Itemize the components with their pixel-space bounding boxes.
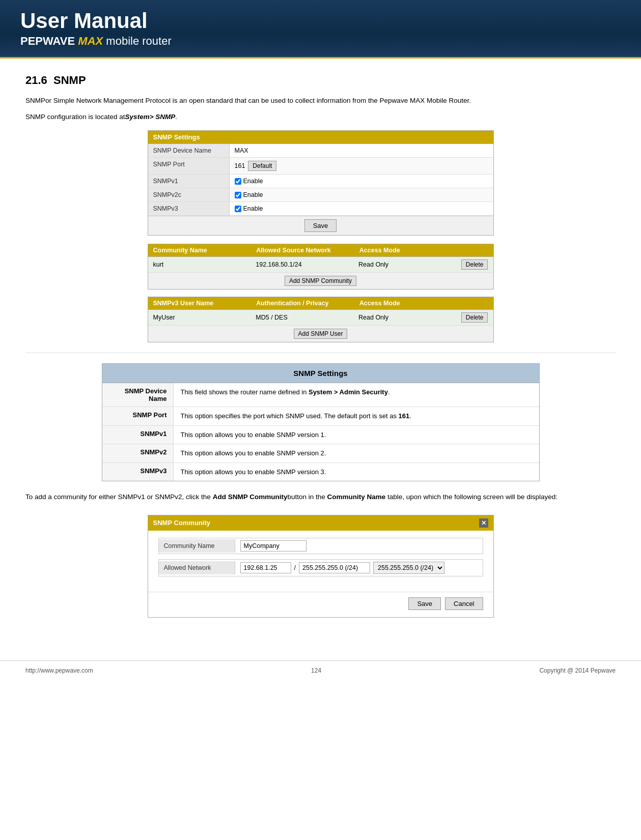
desc-device-name-row: SNMP DeviceName This field shows the rou… [102, 383, 539, 407]
manual-title: User Manual [20, 9, 621, 33]
desc-port-label: SNMP Port [102, 407, 174, 425]
desc-snmpv2-value: This option allows you to enable SNMP ve… [174, 444, 539, 462]
allowed-network-subnet-select[interactable]: 255.255.255.0 (/24) [373, 562, 444, 574]
community-name-cell: kurt [148, 258, 251, 271]
community-network-cell: 192.168.50.1/24 [250, 258, 353, 271]
snmpv3-header-row: SNMPv3 User Name Authentication / Privac… [148, 297, 493, 310]
allowed-network-ip-input[interactable] [240, 562, 291, 573]
snmp-settings-header: SNMP Settings [148, 131, 493, 144]
network-separator: / [294, 564, 296, 571]
community-popup-title: SNMP Community [153, 519, 210, 527]
desc-table: SNMP Settings SNMP DeviceName This field… [102, 363, 540, 481]
snmpv2c-checkbox-label[interactable]: Enable [235, 191, 263, 198]
pepwave-brand: PEPWAVE [20, 35, 75, 47]
snmpv3-mode-header: Access Mode [354, 297, 458, 309]
add-snmp-community-button[interactable]: Add SNMP Community [285, 276, 356, 286]
community-action-cell: Delete [456, 257, 493, 272]
footer-page: 124 [311, 667, 321, 674]
community-popup-close-button[interactable]: ✕ [479, 518, 488, 528]
community-add-row: Add SNMP Community [148, 273, 493, 289]
desc-snmpv3-value: This option allows you to enable SNMP ve… [174, 463, 539, 481]
intro-para1: SNMPor Simple Network Management Protoco… [25, 95, 616, 106]
community-name-field-row: Community Name [158, 538, 483, 554]
snmp-device-name-row: SNMP Device Name MAX [148, 144, 493, 158]
snmpv2c-row: SNMPv2c Enable [148, 188, 493, 202]
snmp-port-label: SNMP Port [148, 158, 230, 174]
snmpv3-action-cell: Delete [456, 310, 493, 325]
snmpv3-table: SNMPv3 User Name Authentication / Privac… [148, 297, 494, 342]
community-mode-cell: Read Only [353, 258, 456, 271]
snmp-device-name-label: SNMP Device Name [148, 144, 230, 157]
snmp-port-row: SNMP Port 161 Default [148, 158, 493, 175]
desc-snmpv1-row: SNMPv1 This option allows you to enable … [102, 426, 539, 445]
desc-snmpv3-row: SNMPv3 This option allows you to enable … [102, 463, 539, 481]
desc-snmpv2-row: SNMPv2 This option allows you to enable … [102, 444, 539, 463]
snmpv3-add-row: Add SNMP User [148, 326, 493, 342]
snmp-settings-save-button[interactable]: Save [304, 219, 337, 232]
desc-snmpv1-label: SNMPv1 [102, 426, 174, 444]
page-content: 21.6 SNMP SNMPor Simple Network Manageme… [0, 59, 641, 645]
snmpv3-label: SNMPv3 [148, 202, 230, 215]
snmpv3-row: SNMPv3 Enable [148, 202, 493, 216]
community-name-field-value [235, 538, 483, 554]
desc-table-title: SNMP Settings [102, 364, 539, 383]
snmp-device-name-value: MAX [230, 144, 493, 157]
desc-snmpv2-label: SNMPv2 [102, 444, 174, 462]
community-name-bold: Community Name [327, 493, 385, 501]
snmpv3-delete-button[interactable]: Delete [461, 312, 488, 323]
desc-snmpv3-label: SNMPv3 [102, 463, 174, 481]
community-popup-body: Community Name Allowed Network / 255.255… [148, 531, 493, 589]
allowed-network-subnet-input[interactable] [299, 562, 370, 573]
add-snmp-user-button[interactable]: Add SNMP User [294, 329, 348, 339]
snmp-settings-save-row: Save [148, 216, 493, 235]
snmpv1-checkbox-label[interactable]: Enable [235, 178, 263, 185]
snmpv2c-checkbox[interactable] [235, 192, 241, 198]
desc-device-name-label: SNMP DeviceName [102, 383, 174, 407]
community-name-field-label: Community Name [159, 539, 235, 553]
snmpv3-action-header [458, 297, 493, 309]
snmpv3-mode-cell: Read Only [353, 311, 456, 324]
community-popup-save-button[interactable]: Save [408, 597, 441, 610]
community-popup-cancel-button[interactable]: Cancel [445, 597, 483, 610]
snmp-port-value: 161 Default [230, 158, 493, 174]
snmp-settings-form: SNMP Settings SNMP Device Name MAX SNMP … [148, 130, 494, 236]
snmp-community-popup: SNMP Community ✕ Community Name Allowed … [148, 515, 494, 618]
community-row: kurt 192.168.50.1/24 Read Only Delete [148, 257, 493, 273]
snmpv3-auth-header: Authentication / Privacy [251, 297, 354, 309]
community-mode-header: Access Mode [354, 244, 458, 256]
desc-port-value: This option specifies the port which SNM… [174, 407, 539, 425]
footer-url: http://www.pepwave.com [25, 667, 93, 674]
page-footer: http://www.pepwave.com 124 Copyright @ 2… [0, 660, 641, 680]
snmpv3-auth-cell: MD5 / DES [250, 311, 353, 324]
community-name-input[interactable] [240, 540, 306, 552]
community-name-header: Community Name [148, 244, 252, 256]
desc-snmpv1-value: This option allows you to enable SNMP ve… [174, 426, 539, 444]
snmpv3-username-cell: MyUser [148, 311, 251, 324]
desc-device-name-value: This field shows the router name defined… [174, 383, 539, 407]
snmpv3-username-header: SNMPv3 User Name [148, 297, 252, 309]
snmpv3-value: Enable [230, 202, 493, 215]
intro-para2: SNMP configuration is located atSystem> … [25, 111, 616, 123]
snmpv1-label: SNMPv1 [148, 175, 230, 188]
community-header-row: Community Name Allowed Source Network Ac… [148, 244, 493, 257]
allowed-network-field-row: Allowed Network / 255.255.255.0 (/24) [158, 559, 483, 576]
snmpv2c-label: SNMPv2c [148, 188, 230, 201]
community-delete-button[interactable]: Delete [461, 259, 488, 270]
community-network-header: Allowed Source Network [251, 244, 354, 256]
snmpv3-checkbox-label[interactable]: Enable [235, 205, 263, 212]
community-popup-header: SNMP Community ✕ [148, 515, 493, 531]
snmp-port-default-button[interactable]: Default [248, 161, 276, 171]
allowed-network-value: / 255.255.255.0 (/24) [235, 560, 483, 576]
snmpv1-checkbox[interactable] [235, 178, 241, 185]
max-brand: MAX [78, 35, 103, 47]
snmpv3-checkbox[interactable] [235, 206, 241, 212]
snmpv1-value: Enable [230, 175, 493, 188]
page-header: User Manual PEPWAVE MAX mobile router [0, 0, 641, 59]
community-table: Community Name Allowed Source Network Ac… [148, 244, 494, 289]
allowed-network-label: Allowed Network [159, 561, 235, 574]
snmpv2c-value: Enable [230, 188, 493, 201]
subtitle-rest: mobile router [106, 35, 171, 47]
add-community-bold: Add SNMP Community [213, 493, 288, 501]
community-action-header [458, 244, 493, 256]
divider1 [25, 353, 616, 353]
